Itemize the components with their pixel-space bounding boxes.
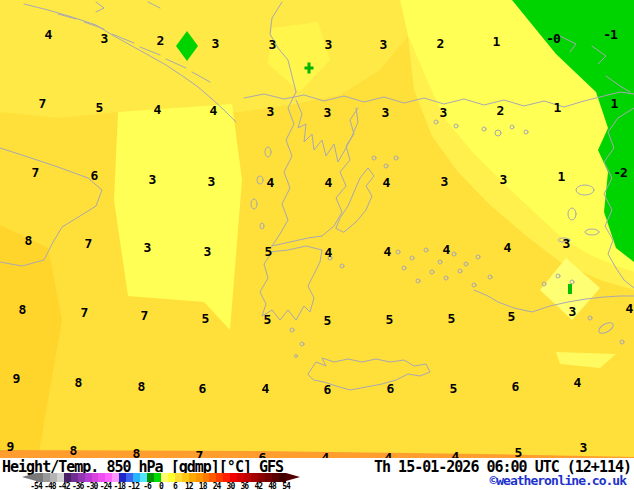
temp-value-label: 8 <box>70 444 77 457</box>
colorbar-segment <box>196 473 203 482</box>
colorbar-tick-label: 30 <box>227 482 235 490</box>
temp-value-label: 4 <box>626 302 633 315</box>
colorbar-segment <box>154 473 161 482</box>
temp-value-label: 1 <box>493 35 500 48</box>
temp-value-label: 4 <box>325 176 332 189</box>
temp-value-label: 4 <box>45 28 52 41</box>
temp-value-label: 3 <box>380 38 387 51</box>
colorbar-tick-label: -6 <box>143 482 151 490</box>
footer-bar: Height/Temp. 850 hPa [gdmp][°C] GFS Th 1… <box>0 458 634 490</box>
colorbar-segment <box>140 473 147 482</box>
colorbar-tick-label: -12 <box>127 482 138 490</box>
temp-value-label: 3 <box>382 106 389 119</box>
temp-value-label: 6 <box>387 382 394 395</box>
colorbar-segment <box>64 473 71 482</box>
temp-value-label: 4 <box>154 103 161 116</box>
temp-value-label: 5 <box>386 313 393 326</box>
temp-value-label: 8 <box>75 376 82 389</box>
colorbar-segment <box>126 473 133 482</box>
temp-value-label: 3 <box>204 245 211 258</box>
temp-value-label: 3 <box>569 305 576 318</box>
temp-value-label: 5 <box>448 312 455 325</box>
temp-value-label: 3 <box>208 175 215 188</box>
colorbar-segment <box>272 473 279 482</box>
temp-value-label: 4 <box>262 382 269 395</box>
temp-value-label: 3 <box>149 173 156 186</box>
temp-value-label: 5 <box>265 245 272 258</box>
map-area: 432333321-0-1754433332117633444331-28733… <box>0 0 634 458</box>
colorbar-segment <box>265 473 272 482</box>
colorbar-tick-label: 24 <box>213 482 221 490</box>
colorbar-tick-label: 42 <box>254 482 262 490</box>
temp-value-label: 7 <box>85 237 92 250</box>
colorbar-tick-label: 6 <box>173 482 177 490</box>
temp-value-label: 4 <box>210 104 217 117</box>
dash-marker-icon <box>568 284 572 294</box>
temp-value-label: 8 <box>25 234 32 247</box>
cross-marker-icon <box>308 63 311 74</box>
colorbar-tick-label: 36 <box>241 482 249 490</box>
temp-value-label: 7 <box>39 97 46 110</box>
temp-value-label: 3 <box>267 105 274 118</box>
colorbar-left-arrow <box>22 473 36 481</box>
temp-value-label: 3 <box>500 173 507 186</box>
weather-map-page: 432333321-0-1754433332117633444331-28733… <box>0 0 634 490</box>
weather-map-graphic <box>0 0 634 458</box>
colorbar-segment <box>189 473 196 482</box>
temp-value-label: 7 <box>196 449 203 459</box>
temp-value-label: 3 <box>269 38 276 51</box>
temp-value-label: 4 <box>322 451 329 459</box>
colorbar-segment <box>251 473 258 482</box>
copyright-link[interactable]: ©weatheronline.co.uk <box>489 473 626 488</box>
colorbar-segment <box>175 473 182 482</box>
temp-value-label: 5 <box>96 101 103 114</box>
temp-value-label: 5 <box>264 313 271 326</box>
temp-value-label: 5 <box>515 446 522 459</box>
temp-value-label: 8 <box>19 303 26 316</box>
colorbar-tick-label: 54 <box>282 482 290 490</box>
colorbar-segment <box>182 473 189 482</box>
colorbar-segment <box>161 473 168 482</box>
temp-value-label: 7 <box>32 166 39 179</box>
temp-value-label: 3 <box>212 37 219 50</box>
colorbar-segment <box>133 473 140 482</box>
temp-value-label: 1 <box>554 101 561 114</box>
colorbar-segment <box>92 473 99 482</box>
temp-value-label: 3 <box>144 241 151 254</box>
temp-value-label: 5 <box>324 314 331 327</box>
temp-value-label: 7 <box>141 309 148 322</box>
colorbar-segment <box>43 473 50 482</box>
temp-value-label: -1 <box>603 28 617 41</box>
colorbar-segment <box>168 473 175 482</box>
temp-value-label: 8 <box>138 380 145 393</box>
colorbar-segment <box>50 473 57 482</box>
temp-value-label: 2 <box>157 34 164 47</box>
temp-value-label: 5 <box>508 310 515 323</box>
temp-value-label: 6 <box>324 383 331 396</box>
colorbar-tick-label: -18 <box>114 482 125 490</box>
colorbar-segment <box>98 473 105 482</box>
temperature-colorbar <box>22 473 300 482</box>
temp-value-label: 3 <box>101 32 108 45</box>
temp-value-label: 6 <box>512 380 519 393</box>
temp-value-label: 5 <box>202 312 209 325</box>
colorbar-segment <box>36 473 43 482</box>
temp-value-label: 4 <box>383 176 390 189</box>
temp-value-label: 3 <box>324 106 331 119</box>
colorbar-segment <box>119 473 126 482</box>
temp-value-label: -2 <box>613 166 627 179</box>
colorbar-segments <box>36 473 286 482</box>
colorbar-segment <box>85 473 92 482</box>
colorbar-tick-label: 18 <box>199 482 207 490</box>
temp-value-label: 3 <box>325 38 332 51</box>
temp-value-label: 8 <box>133 447 140 459</box>
colorbar-segment <box>147 473 154 482</box>
temp-value-label: 4 <box>325 246 332 259</box>
colorbar-segment <box>209 473 216 482</box>
temp-value-label: 4 <box>443 243 450 256</box>
temp-value-label: 3 <box>563 237 570 250</box>
colorbar-tick-label: 48 <box>268 482 276 490</box>
colorbar-segment <box>105 473 112 482</box>
colorbar-right-arrow <box>286 473 300 481</box>
temp-value-label: 9 <box>7 440 14 453</box>
